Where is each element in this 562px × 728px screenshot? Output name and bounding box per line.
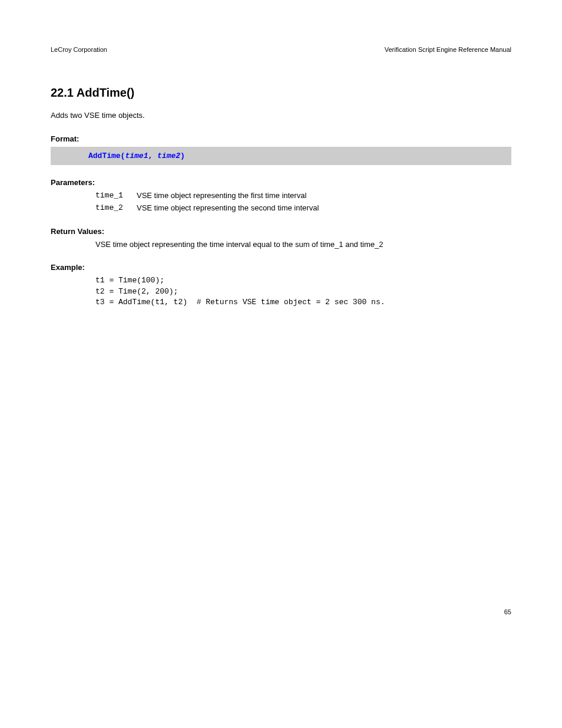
example-code: t1 = Time(100); t2 = Time(2, 200); t3 = …	[95, 275, 511, 308]
page-header: LeCroy Corporation Verification Script E…	[51, 46, 511, 53]
fn-name: AddTime(	[88, 151, 125, 160]
section-title-text: AddTime()	[77, 86, 135, 99]
return-text: VSE time object representing the time in…	[95, 239, 511, 251]
parameters-block: time_1 VSE time object representing the …	[95, 190, 511, 214]
section-heading: 22.1 AddTime()	[51, 86, 511, 100]
fn-close: )	[180, 151, 185, 160]
parameters-label: Parameters:	[51, 178, 511, 187]
param-desc: VSE time object representing the first t…	[137, 190, 306, 202]
fn-arg2: time2	[157, 151, 180, 160]
header-right: Verification Script Engine Reference Man…	[385, 46, 511, 53]
format-label: Format:	[51, 134, 511, 143]
format-code: AddTime(time1, time2)	[51, 147, 511, 165]
param-name: time_2	[95, 203, 137, 214]
page-number: 65	[51, 608, 511, 615]
return-label: Return Values:	[51, 227, 511, 236]
intro-text: Adds two VSE time objects.	[51, 110, 511, 121]
fn-arg1: time1	[125, 151, 148, 160]
example-label: Example:	[51, 263, 511, 272]
param-row: time_2 VSE time object representing the …	[95, 203, 511, 214]
param-desc: VSE time object representing the second …	[137, 203, 319, 214]
section-number: 22.1	[51, 86, 74, 99]
fn-sep: ,	[148, 151, 157, 160]
param-row: time_1 VSE time object representing the …	[95, 190, 511, 202]
param-name: time_1	[95, 190, 137, 202]
header-left: LeCroy Corporation	[51, 46, 107, 53]
page-content: LeCroy Corporation Verification Script E…	[0, 0, 562, 615]
